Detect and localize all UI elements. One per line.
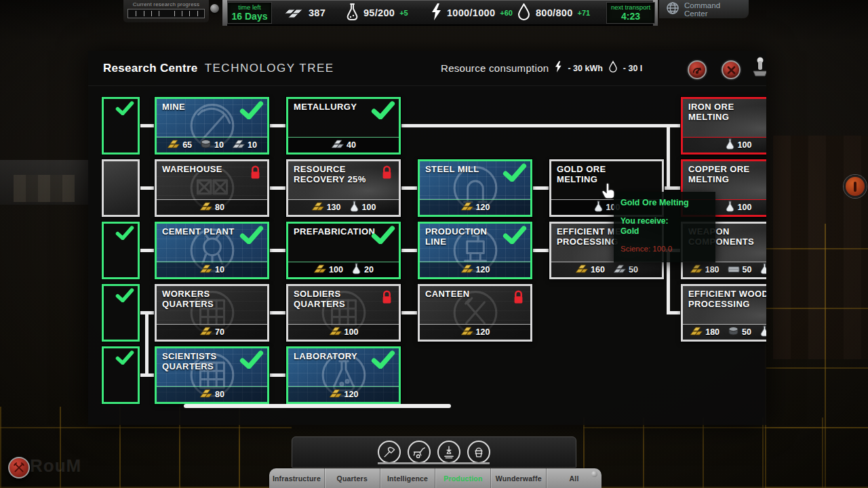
node-costs: 100 20 xyxy=(288,262,399,277)
gold-icon xyxy=(199,388,212,401)
tree-connector xyxy=(401,186,418,190)
tech-node-iron-ore-melting[interactable]: IRON ORE MELTING 100 xyxy=(681,97,766,155)
resource-counter-water: 800/800 +71 xyxy=(517,0,590,26)
tech-node-warehouse-photo[interactable] xyxy=(102,159,140,217)
bucket-icon[interactable] xyxy=(467,441,490,464)
cost-value: 160 xyxy=(591,265,605,274)
cost: 100 xyxy=(760,263,766,277)
check-icon xyxy=(239,226,264,247)
cost: 40 xyxy=(331,139,356,151)
cost: 80 xyxy=(199,388,224,401)
cost-value: 65 xyxy=(182,140,192,150)
tree-connector xyxy=(139,249,155,252)
node-title: COPPER ORE MELTING xyxy=(688,165,766,185)
check-icon xyxy=(239,350,264,371)
cost: 180 xyxy=(690,326,719,338)
cost: 120 xyxy=(460,326,490,338)
steel-icon xyxy=(283,5,304,21)
concrete-icon xyxy=(728,264,740,276)
node-costs: 80 xyxy=(157,386,267,402)
tab-quarters[interactable]: Quarters xyxy=(324,468,380,488)
steel-icon xyxy=(613,264,626,276)
drill-icon[interactable] xyxy=(437,441,460,464)
tech-node-cement-photo[interactable] xyxy=(102,222,140,279)
tree-connector xyxy=(401,311,418,314)
tech-node-cement-plant[interactable]: CEMENT PLANT 10 xyxy=(155,222,269,279)
cost: 10 xyxy=(232,139,257,151)
tech-node-metallurgy[interactable]: METALLURGY 40 xyxy=(286,97,401,155)
tech-node-mine-photo[interactable] xyxy=(102,97,140,155)
tree-connector xyxy=(269,186,286,190)
node-title: RESOURCE RECOVERY 25% xyxy=(294,165,378,185)
tab-wunderwaffe[interactable]: Wunderwaffe xyxy=(490,468,546,488)
tech-node-mine[interactable]: MINE 65 10 10 xyxy=(155,97,269,155)
tab-infrastructure[interactable]: Infrastructure xyxy=(269,468,324,488)
cost-value: 10 xyxy=(248,140,257,150)
tab-production[interactable]: Production xyxy=(435,468,490,488)
tech-node-scientists-quarters[interactable]: SCIENTISTS QUARTERS 80 xyxy=(155,346,269,404)
node-costs: 10 xyxy=(157,262,267,277)
tree-connector xyxy=(269,373,286,377)
cost-value: 120 xyxy=(344,390,359,399)
tech-node-efficient-wood-processing[interactable]: EFFICIENT WOOD PROCESSING 180 50 100 xyxy=(681,284,766,342)
node-title: PREFABRICATION xyxy=(294,227,378,237)
resource-counter-steel: 387 xyxy=(283,0,326,26)
tech-node-warehouse[interactable]: WAREHOUSE 80 xyxy=(155,159,269,217)
cost: 100 xyxy=(313,264,343,276)
node-costs: 65 10 10 xyxy=(157,137,267,152)
cost-value: 10 xyxy=(214,140,224,150)
node-costs: 120 xyxy=(288,386,399,402)
tech-node-workers-quarters[interactable]: WORKERS QUARTERS 70 xyxy=(155,284,269,342)
node-costs: 80 xyxy=(157,199,267,215)
tab-intelligence[interactable]: Intelligence xyxy=(380,468,435,488)
gold-icon xyxy=(313,264,326,276)
hammer-icon[interactable] xyxy=(378,441,401,464)
strip-cap-left xyxy=(222,0,227,26)
cost-value: 100 xyxy=(344,327,359,337)
ground-grid-right xyxy=(765,224,868,488)
build-mode-button[interactable] xyxy=(8,457,30,479)
gold-icon xyxy=(460,201,473,214)
tech-node-laboratory[interactable]: LABORATORY 120 xyxy=(286,346,401,404)
cost: 120 xyxy=(329,388,359,401)
next-transport-value: 4:23 xyxy=(607,12,654,22)
tech-node-production-line[interactable]: PRODUCTION LINE 120 xyxy=(418,222,532,279)
tree-connector xyxy=(145,311,149,377)
category-tab-bar: InfrastructureQuartersIntelligenceProduc… xyxy=(269,468,601,488)
cost: 130 xyxy=(311,201,341,214)
tech-node-canteen[interactable]: CANTEEN 120 xyxy=(418,284,532,342)
cost-value: 130 xyxy=(327,203,341,212)
tree-scrollbar[interactable] xyxy=(184,404,451,408)
tech-node-quarters-photo[interactable] xyxy=(102,284,140,342)
node-title: SOLDIERS QUARTERS xyxy=(294,289,378,310)
gold-icon xyxy=(199,201,212,214)
game-screen: RouM Current research progress time left… xyxy=(0,0,868,488)
tech-node-resource-recovery[interactable]: RESOURCE RECOVERY 25% 130 100 xyxy=(286,159,401,217)
alert-button[interactable] xyxy=(844,175,867,198)
tree-connector xyxy=(269,311,286,314)
tooltip-cost: Science: 100.0 xyxy=(620,245,709,253)
spool-icon xyxy=(200,139,212,152)
time-left-value: 16 Days xyxy=(228,12,271,22)
check-icon xyxy=(371,101,395,122)
check-icon xyxy=(502,163,527,184)
tech-node-soldiers-quarters[interactable]: SOLDIERS QUARTERS 100 xyxy=(286,284,401,342)
tech-node-steel-mill[interactable]: STEEL MILL 120 xyxy=(418,159,532,217)
node-title: WAREHOUSE xyxy=(162,165,246,175)
wheelbarrow-icon[interactable] xyxy=(408,441,431,464)
check-icon xyxy=(371,350,395,371)
top-resource-bar: Current research progress time left 16 D… xyxy=(0,0,868,28)
steel-icon xyxy=(232,139,245,151)
tree-connector xyxy=(401,249,418,252)
tech-node-microscope-photo[interactable] xyxy=(102,346,140,404)
tech-node-prefabrication[interactable]: PREFABRICATION 100 20 xyxy=(286,222,401,279)
science-icon xyxy=(725,201,735,215)
build-menu-scrollbar[interactable] xyxy=(378,462,490,464)
command-center-button[interactable]: Command Center xyxy=(659,0,749,18)
water-icon xyxy=(517,3,531,24)
node-title: CANTEEN xyxy=(425,289,509,300)
build-tool-icons xyxy=(292,441,576,464)
check-icon xyxy=(115,101,134,118)
tooltip-gold-ore-melting: Gold Ore Melting You receive: Gold Scien… xyxy=(614,192,715,262)
tree-connector xyxy=(532,249,549,252)
